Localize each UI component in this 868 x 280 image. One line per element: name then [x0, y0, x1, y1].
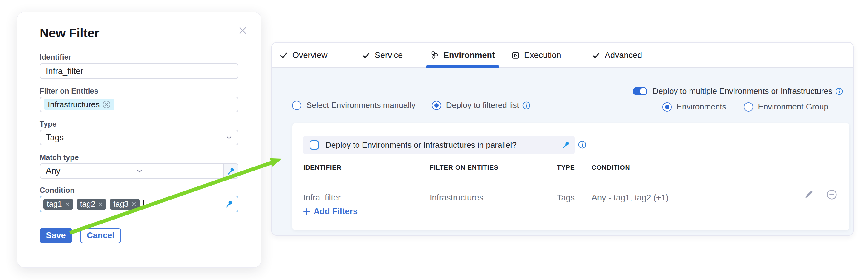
info-icon[interactable]	[836, 88, 843, 95]
remove-tag-icon[interactable]	[131, 202, 136, 207]
tag-label: tag3	[113, 200, 128, 209]
info-icon[interactable]	[578, 141, 586, 149]
environment-kind-radios: Environments Environment Group	[662, 102, 828, 112]
identifier-value: Infra_filter	[40, 66, 83, 76]
tab-label: Service	[375, 50, 403, 60]
info-icon[interactable]	[522, 101, 530, 109]
tab-label: Execution	[524, 50, 561, 60]
tab-label: Advanced	[604, 50, 642, 60]
radio-label: Deploy to filtered list	[446, 100, 519, 110]
tab-advanced[interactable]: Advanced	[592, 43, 642, 68]
environment-select-mode-radios: Select Environments manually Deploy to f…	[292, 100, 530, 110]
pin-runtime-input-button[interactable]	[562, 141, 570, 149]
chevron-down-icon	[225, 134, 233, 141]
pin-runtime-input-button[interactable]	[223, 164, 238, 178]
match-type-label: Match type	[40, 153, 79, 162]
stage-tabbar: Overview Service Environment	[272, 43, 853, 68]
pin-runtime-input-button[interactable]	[225, 200, 234, 209]
cancel-button[interactable]: Cancel	[80, 228, 121, 243]
type-value: Tags	[40, 133, 64, 142]
tab-environment[interactable]: Environment	[426, 43, 499, 68]
tag-label: tag1	[47, 200, 62, 209]
tab-execution[interactable]: Execution	[512, 43, 561, 68]
col-type: TYPE	[557, 164, 575, 171]
save-button[interactable]: Save	[40, 228, 72, 243]
remove-filter-button[interactable]	[827, 189, 837, 200]
toggle-label: Deploy to multiple Environments or Infra…	[652, 86, 832, 96]
text-cursor	[143, 200, 144, 209]
tab-label: Environment	[443, 50, 495, 60]
condition-tag-chip: tag3	[110, 199, 140, 210]
identifier-label: Identifier	[40, 53, 71, 62]
radio-deploy-filtered[interactable]	[432, 101, 441, 110]
toggle-knob	[640, 88, 647, 95]
condition-label: Condition	[40, 186, 74, 195]
environment-icon	[430, 51, 439, 60]
radio-environments[interactable]	[662, 102, 672, 112]
pin-icon	[226, 167, 235, 176]
tag-label: tag2	[80, 200, 95, 209]
cell-type: Tags	[557, 193, 575, 203]
type-label: Type	[40, 120, 57, 129]
filters-card: Deploy to Environments or Infrastructure…	[292, 123, 849, 231]
condition-input[interactable]: tag1 tag2 tag3	[40, 196, 238, 212]
modal-title: New Filter	[40, 26, 99, 40]
minus-circle-icon	[827, 189, 837, 200]
entities-label: Filter on Entities	[40, 87, 98, 96]
match-type-select[interactable]: Any	[40, 163, 238, 179]
plus-icon	[303, 208, 310, 215]
new-filter-modal: New Filter Identifier Infra_filter Filte…	[17, 12, 261, 268]
radio-environment-group[interactable]	[744, 102, 753, 112]
close-icon[interactable]	[238, 25, 248, 36]
pipeline-stage-panel: Overview Service Environment	[272, 42, 854, 236]
type-select[interactable]: Tags	[40, 130, 238, 145]
parallel-checkbox[interactable]	[310, 140, 319, 150]
entities-input[interactable]: Infrastructures	[40, 97, 238, 112]
col-filter-on-entities: FILTER ON ENTITIES	[430, 164, 498, 171]
multi-env-toggle[interactable]	[633, 87, 647, 96]
match-type-value: Any	[40, 166, 61, 176]
pin-icon	[562, 141, 570, 149]
cell-identifier: Infra_filter	[303, 193, 341, 203]
check-icon	[592, 51, 600, 60]
remove-tag-icon[interactable]	[98, 202, 103, 207]
radio-label: Environments	[677, 102, 726, 112]
execution-icon	[512, 51, 520, 60]
parallel-checkbox-strip: Deploy to Environments or Infrastructure…	[303, 136, 575, 154]
radio-select-manually[interactable]	[292, 101, 301, 110]
tab-label: Overview	[292, 50, 328, 60]
remove-tag-icon[interactable]	[65, 202, 70, 207]
col-condition: CONDITION	[592, 164, 630, 171]
radio-label: Environment Group	[758, 102, 828, 112]
add-filters-label: Add Filters	[314, 207, 358, 216]
radio-label: Select Environments manually	[306, 100, 415, 110]
edit-filter-button[interactable]	[804, 189, 814, 199]
cell-filter-on-entities: Infrastructures	[430, 193, 484, 203]
check-icon	[280, 51, 288, 60]
cell-condition: Any - tag1, tag2 (+1)	[592, 193, 669, 203]
page: New Filter Identifier Infra_filter Filte…	[0, 0, 868, 280]
divider	[557, 138, 557, 152]
condition-tag-chip: tag1	[43, 199, 73, 210]
condition-tag-chip: tag2	[77, 199, 107, 210]
chevron-down-icon	[136, 168, 143, 175]
identifier-input[interactable]: Infra_filter	[40, 63, 238, 79]
entities-chip: Infrastructures	[44, 99, 114, 110]
multi-env-toggle-row: Deploy to multiple Environments or Infra…	[633, 86, 843, 96]
pin-icon	[225, 200, 234, 209]
pencil-icon	[804, 189, 814, 199]
add-filters-button[interactable]: Add Filters	[303, 207, 358, 216]
check-icon	[362, 51, 370, 60]
remove-circle-icon[interactable]	[102, 100, 111, 108]
tab-service[interactable]: Service	[362, 43, 403, 68]
tab-overview[interactable]: Overview	[280, 43, 328, 68]
col-identifier: IDENTIFIER	[303, 164, 342, 171]
parallel-checkbox-label: Deploy to Environments or Infrastructure…	[326, 140, 517, 150]
entities-chip-label: Infrastructures	[48, 100, 99, 109]
